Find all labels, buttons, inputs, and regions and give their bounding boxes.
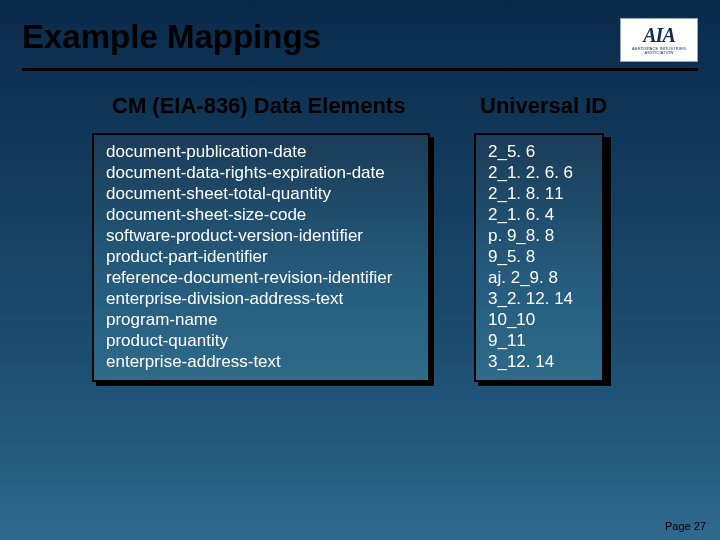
universal-id-row: 3_2. 12. 14 (488, 288, 590, 309)
data-element-row: reference-document-revision-identifier (106, 267, 416, 288)
universal-id-row: 9_5. 8 (488, 246, 590, 267)
data-elements-box: document-publication-datedocument-data-r… (92, 133, 430, 382)
data-element-row: document-publication-date (106, 141, 416, 162)
data-element-row: program-name (106, 309, 416, 330)
universal-id-row: aj. 2_9. 8 (488, 267, 590, 288)
data-element-row: enterprise-address-text (106, 351, 416, 372)
logo-main-text: AIA (643, 25, 674, 45)
aia-logo: AIA AEROSPACE INDUSTRIES ASSOCIATION (620, 18, 698, 62)
data-element-row: document-sheet-total-quantity (106, 183, 416, 204)
heading-data-elements: CM (EIA-836) Data Elements (92, 93, 430, 119)
universal-id-row: 9_11 (488, 330, 590, 351)
data-element-row: product-part-identifier (106, 246, 416, 267)
slide-title: Example Mappings (22, 18, 321, 56)
universal-id-row: 2_5. 6 (488, 141, 590, 162)
universal-id-box: 2_5. 62_1. 2. 6. 62_1. 8. 112_1. 6. 4p. … (474, 133, 604, 382)
data-element-row: product-quantity (106, 330, 416, 351)
data-element-row: software-product-version-identifier (106, 225, 416, 246)
data-element-row: document-data-rights-expiration-date (106, 162, 416, 183)
page-number: Page 27 (665, 520, 706, 532)
universal-id-row: 10_10 (488, 309, 590, 330)
data-element-row: document-sheet-size-code (106, 204, 416, 225)
heading-universal-id: Universal ID (474, 93, 607, 119)
logo-sub-text: AEROSPACE INDUSTRIES ASSOCIATION (625, 47, 693, 56)
data-element-row: enterprise-division-address-text (106, 288, 416, 309)
universal-id-row: 3_12. 14 (488, 351, 590, 372)
universal-id-row: 2_1. 6. 4 (488, 204, 590, 225)
universal-id-row: 2_1. 8. 11 (488, 183, 590, 204)
universal-id-row: 2_1. 2. 6. 6 (488, 162, 590, 183)
universal-id-row: p. 9_8. 8 (488, 225, 590, 246)
